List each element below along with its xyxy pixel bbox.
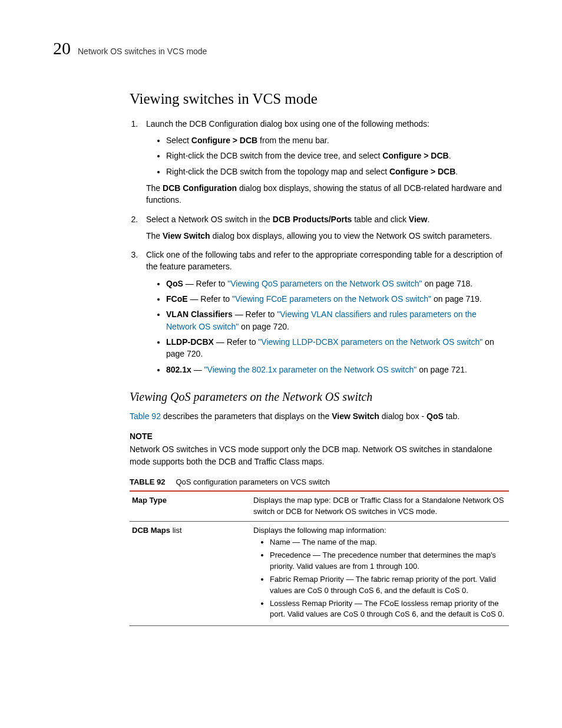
param-desc: Displays the map type: DCB or Traffic Cl… [251, 491, 509, 521]
text: on page 721. [416, 365, 467, 374]
step-result: The DCB Configuration dialog box display… [146, 182, 509, 206]
ui-element: View [409, 215, 428, 224]
step-3-bullets: QoS — Refer to "Viewing QoS parameters o… [146, 278, 509, 375]
desc-list: Name — The name of the map. Precedence —… [253, 537, 507, 620]
list-item: Right-click the DCB switch from the topo… [166, 166, 509, 177]
ui-element: DCB Products/Ports [273, 215, 352, 224]
text: . [449, 151, 451, 160]
text: . [428, 215, 430, 224]
text: Select [166, 136, 191, 145]
step-text: Click one of the following tabs and refe… [146, 250, 503, 271]
xref-link[interactable]: "Viewing the 802.1x parameter on the Net… [204, 365, 417, 374]
tab-name: 802.1x [166, 365, 191, 374]
list-item: LLDP-DCBX — Refer to "Viewing LLDP-DCBX … [166, 336, 509, 360]
dialog-name: DCB Configuration [163, 183, 237, 193]
list-item: Fabric Remap Priority — The fabric remap… [270, 574, 507, 597]
step-3: Click one of the following tabs and refe… [140, 249, 509, 375]
procedure-steps: Launch the DCB Configuration dialog box … [130, 118, 509, 375]
list-item: Name — The name of the map. [270, 537, 507, 548]
intro-paragraph: Table 92 describes the parameters that d… [130, 410, 509, 422]
subsection-title: Viewing QoS parameters on the Network OS… [130, 388, 509, 406]
table-xref-link[interactable]: Table 92 [130, 411, 161, 421]
list-item: Lossless Remap Priority — The FCoE lossl… [270, 598, 507, 621]
qos-parameters-table: Map Type Displays the map type: DCB or T… [130, 490, 509, 626]
list-item: VLAN Classifiers — Refer to "Viewing VLA… [166, 308, 509, 332]
text: — Refer to [233, 309, 277, 319]
text: The [146, 231, 163, 241]
step-result: The View Switch dialog box displays, all… [146, 230, 509, 242]
text: list [170, 526, 182, 535]
text: Displays the following map information: [253, 526, 386, 535]
list-item: Right-click the DCB switch from the devi… [166, 150, 509, 162]
xref-link[interactable]: "Viewing FCoE parameters on the Network … [232, 294, 431, 304]
table-caption: TABLE 92QoS configuration parameters on … [130, 477, 509, 488]
menu-path: Configure > DCB [382, 151, 448, 160]
page-header: 20 Network OS switches in VCS mode [53, 35, 509, 61]
step-2: Select a Network OS switch in the DCB Pr… [140, 213, 509, 242]
text: . [455, 167, 458, 176]
text: Right-click the DCB switch from the topo… [166, 167, 389, 176]
list-item: Select Configure > DCB from the menu bar… [166, 134, 509, 146]
tab-name: QoS [427, 411, 444, 421]
text: Right-click the DCB switch from the devi… [166, 151, 382, 160]
list-item: QoS — Refer to "Viewing QoS parameters o… [166, 278, 509, 289]
param-name: DCB Maps list [130, 521, 251, 626]
text: The [146, 183, 163, 193]
text: describes the parameters that displays o… [161, 411, 332, 421]
text: — [191, 365, 204, 374]
xref-link[interactable]: "Viewing QoS parameters on the Network O… [227, 279, 422, 288]
table-row: DCB Maps list Displays the following map… [130, 521, 509, 626]
tab-name: FCoE [166, 294, 188, 304]
text: on page 720. [239, 322, 289, 331]
text: Select a Network OS switch in the [146, 215, 273, 224]
text: from the menu bar. [257, 136, 329, 145]
text: on page 718. [422, 279, 473, 288]
text: dialog box displays, allowing you to vie… [210, 231, 492, 241]
list-item: FCoE — Refer to "Viewing FCoE parameters… [166, 293, 509, 305]
table-row: Map Type Displays the map type: DCB or T… [130, 491, 509, 521]
tab-name: LLDP-DCBX [166, 337, 214, 347]
text: tab. [444, 411, 459, 421]
chapter-number: 20 [53, 35, 71, 61]
text: dialog box - [379, 411, 427, 421]
step-1-bullets: Select Configure > DCB from the menu bar… [146, 134, 509, 177]
note-label: NOTE [130, 430, 509, 442]
chapter-title: Network OS switches in VCS mode [78, 45, 207, 57]
step-text: Launch the DCB Configuration dialog box … [146, 119, 429, 129]
text: DCB Maps [132, 526, 170, 535]
param-name: Map Type [130, 491, 251, 521]
list-item: 802.1x — "Viewing the 802.1x parameter o… [166, 364, 509, 375]
text: — Refer to [188, 294, 232, 304]
step-1: Launch the DCB Configuration dialog box … [140, 118, 509, 206]
dialog-name: View Switch [332, 411, 379, 421]
text: — Refer to [183, 279, 227, 288]
tab-name: QoS [166, 279, 183, 288]
table-label: TABLE 92 [130, 477, 165, 486]
dialog-name: View Switch [163, 231, 210, 241]
text: — Refer to [214, 337, 258, 347]
menu-path: Configure > DCB [191, 136, 257, 145]
note-text: Network OS switches in VCS mode support … [130, 443, 509, 467]
text: on page 719. [431, 294, 482, 304]
text: table and click [352, 215, 409, 224]
section-title: Viewing switches in VCS mode [130, 88, 509, 110]
table-title: QoS configuration parameters on VCS swit… [176, 477, 330, 486]
tab-name: VLAN Classifiers [166, 309, 233, 319]
page-content: Viewing switches in VCS mode Launch the … [130, 88, 509, 627]
param-desc: Displays the following map information: … [251, 521, 509, 626]
list-item: Precedence — The precedence number that … [270, 550, 507, 572]
xref-link[interactable]: "Viewing LLDP-DCBX parameters on the Net… [258, 337, 482, 347]
menu-path: Configure > DCB [389, 167, 455, 176]
